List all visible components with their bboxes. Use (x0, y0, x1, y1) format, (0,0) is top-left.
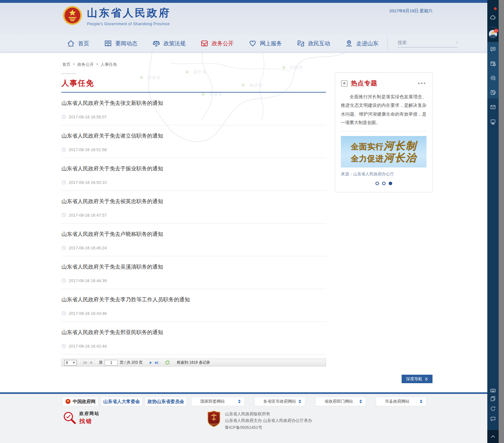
footer-dropdown-departments[interactable]: 省政府部门网站 (315, 397, 366, 406)
pagination-divider (96, 359, 96, 366)
footer-dropdown-provinces[interactable]: 各省区市政府网站 (254, 397, 305, 406)
collapse-toolbar-button[interactable] (487, 430, 499, 443)
news-title-link[interactable]: 山东省人民政府关于免去于振业职务的通知 (61, 165, 326, 172)
chat-icon[interactable] (490, 416, 496, 422)
news-title-link[interactable]: 山东省人民政府关于免去卢晓栋职务的通知 (61, 230, 326, 238)
dropdown-label: 各省区市政府网站 (263, 399, 296, 404)
news-title-link[interactable]: 山东省人民政府关于免去谢立信职务的通知 (61, 132, 326, 139)
copy-files-icon[interactable] (490, 395, 496, 402)
nav-item-interaction[interactable]: 政民互动 (297, 39, 330, 48)
gov-emblem-icon (65, 399, 71, 404)
breadcrumb-openness[interactable]: 政务公开 (77, 62, 94, 67)
list-item: 山东省人民政府关于免去李乃胜等工作人员职务的通知 2017-08-16 16:4… (61, 289, 326, 322)
nav-item-about[interactable]: 走进山东 (345, 39, 378, 48)
heart-icon (249, 39, 257, 48)
nav-label: 政策法规 (163, 40, 186, 47)
first-page-button[interactable] (82, 360, 88, 366)
site-logo[interactable]: 山东省人民政府 People's Government of Shandong … (62, 5, 171, 27)
dropdown-label: 市县政府网站 (385, 399, 410, 404)
title-dash (61, 73, 77, 74)
next-page-button[interactable] (148, 360, 154, 366)
banner-text: 全力促进 (351, 154, 384, 163)
news-timestamp: 2017-08-16 16:42:44 (69, 344, 107, 349)
clock-icon (61, 115, 66, 119)
user-avatar[interactable] (489, 30, 497, 38)
note-edit-icon[interactable] (490, 89, 496, 95)
nav-label: 网上服务 (260, 40, 282, 47)
page-size-select[interactable]: 8 ▼ (64, 360, 77, 366)
speech-dots-icon[interactable] (490, 75, 496, 81)
top-blue-strip (0, 0, 487, 3)
banner-text: 河长制 (384, 140, 417, 151)
news-timestamp: 2017-08-16 16:51:58 (69, 147, 107, 152)
refresh-button[interactable] (165, 360, 170, 366)
party-gov-shield-icon: 党政机关 (207, 411, 220, 427)
nav-item-policy[interactable]: 政策法规 (152, 39, 186, 48)
nav-item-services[interactable]: 网上服务 (249, 39, 282, 48)
news-timestamp: 2017-08-16 16:55:07 (69, 115, 107, 119)
search-input[interactable] (398, 40, 456, 45)
ellipsis-menu-icon[interactable] (417, 81, 427, 85)
footer-dropdown-cities[interactable]: 市县政府网站 (376, 397, 427, 406)
sort-arrows-icon (238, 400, 241, 403)
footer-link-gov-cn[interactable]: 中国政府网 (62, 397, 98, 406)
chat-bubble-icon[interactable] (490, 46, 496, 52)
news-title-link[interactable]: 山东省人民政府关于免去吴溪清职务的通知 (61, 263, 326, 270)
keyboard-icon[interactable] (490, 387, 496, 394)
nav-label: 首页 (78, 40, 89, 47)
scales-icon (152, 39, 160, 48)
news-title-link[interactable]: 山东省人民政府关于免去侯英忠职务的通知 (61, 198, 326, 205)
news-title-link[interactable]: 山东省人民政府关于免去张文新职务的通知 (61, 99, 326, 107)
header-date: 2017年8月19日 星期六 (389, 8, 432, 14)
double-chevron-down-icon (425, 377, 428, 381)
footer-link-renda[interactable]: 山东省人大常委会 (101, 397, 142, 406)
copyright-line: 鲁ICP备05051451号 (225, 424, 312, 431)
prev-page-button[interactable] (88, 360, 94, 366)
news-title-link[interactable]: 山东省人民政府关于免去李乃胜等工作人员职务的通知 (61, 296, 326, 303)
site-error-report-badge[interactable]: 政府网站 找错 (62, 411, 100, 425)
breadcrumb-separator: > (73, 62, 75, 67)
list-item: 山东省人民政府关于免去卢晓栋职务的通知 2017-08-16 16:45:24 (61, 224, 326, 256)
envelope-icon[interactable] (490, 104, 496, 110)
carousel-dot-active[interactable] (389, 182, 392, 185)
dropdown-label: 省政府部门网站 (324, 399, 353, 404)
page-size-value: 8 (66, 361, 68, 365)
breadcrumb-separator: > (96, 62, 99, 67)
interaction-arrows-icon (297, 39, 305, 48)
cloud-icon[interactable] (490, 14, 496, 21)
refresh-icon[interactable] (490, 406, 496, 412)
hot-topic-banner[interactable]: 全面实行河长制 全力促进河长治 (341, 136, 427, 168)
list-item: 山东省人民政府关于免去邢亚民职务的通知 2017-08-16 16:42:44 (61, 322, 326, 355)
message-badge-icon (494, 29, 498, 33)
dashed-divider (341, 131, 427, 132)
nav-item-news[interactable]: 要闻动态 (104, 39, 137, 48)
footer-link-label: 中国政府网 (73, 399, 96, 405)
site-subtitle: People's Government of Shandong Province (87, 22, 171, 26)
calendar-clock-icon[interactable] (490, 60, 496, 67)
clock-icon (61, 213, 66, 218)
nav-item-home[interactable]: 首页 (67, 39, 89, 48)
hot-topics-box: 热点专题 全面推行河长制是落实绿色发展理念、推进生态文明建设的内在要求，是解决复… (335, 72, 432, 192)
carousel-dot[interactable] (375, 182, 379, 185)
footer-dropdown-ministries[interactable]: 国家部委网站 (191, 397, 245, 406)
chevron-up-icon (491, 435, 495, 438)
search-icon[interactable] (456, 39, 458, 46)
last-page-button[interactable] (154, 360, 159, 366)
footer-link-zhengxie[interactable]: 政协山东省委员会 (145, 397, 187, 406)
pagination-divider (145, 359, 146, 366)
copyright-line: 山东省人民政府主办 山东省人民政府办公厅承办 (225, 417, 312, 424)
screen: 济南市 菏泽市 济宁市 枣庄市 临沂市 日照市 山东省人民政府 People's… (0, 0, 504, 443)
main-nav: 首页 要闻动态 政策法规 (0, 35, 487, 52)
page-number-input[interactable] (105, 360, 118, 366)
nav-label: 走进山东 (356, 40, 378, 47)
shield-label: 党政机关 (209, 423, 218, 426)
national-emblem-icon (62, 5, 83, 27)
deep-nav-button[interactable]: 深度导航 (402, 375, 432, 383)
map-city-label: 日照市 (290, 65, 303, 71)
news-title-link[interactable]: 山东省人民政府关于免去邢亚民职务的通知 (61, 329, 326, 336)
notification-dot (494, 7, 497, 10)
carousel-dot[interactable] (382, 182, 386, 185)
nav-item-openness[interactable]: 政务公开 (200, 39, 234, 48)
monitor-icon[interactable] (490, 118, 496, 125)
breadcrumb-home[interactable]: 首页 (62, 62, 71, 67)
